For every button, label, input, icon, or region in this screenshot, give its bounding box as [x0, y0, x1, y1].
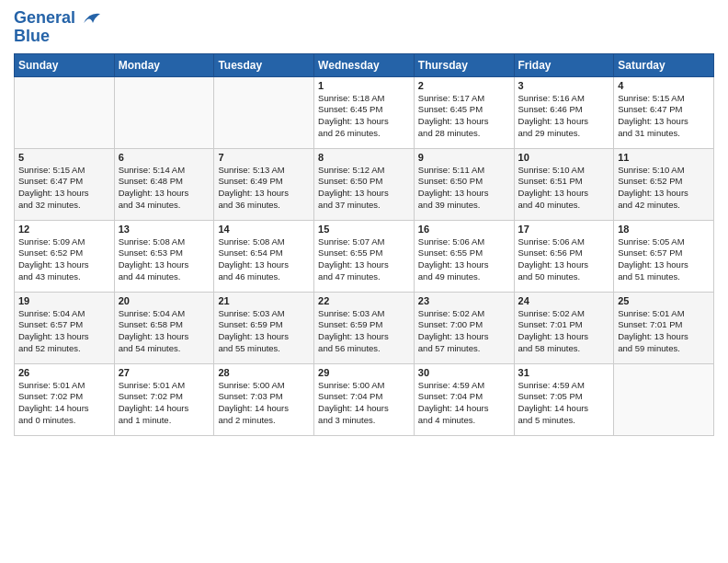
calendar-day-cell — [614, 363, 714, 435]
calendar-day-cell: 2Sunrise: 5:17 AM Sunset: 6:45 PM Daylig… — [414, 76, 514, 148]
calendar-day-cell: 16Sunrise: 5:06 AM Sunset: 6:55 PM Dayli… — [414, 220, 514, 292]
calendar-day-cell: 28Sunrise: 5:00 AM Sunset: 7:03 PM Dayli… — [214, 363, 314, 435]
day-sun-info: Sunrise: 5:17 AM Sunset: 6:45 PM Dayligh… — [418, 93, 510, 140]
logo: General Blue — [14, 9, 102, 46]
day-sun-info: Sunrise: 5:03 AM Sunset: 6:59 PM Dayligh… — [318, 308, 410, 355]
calendar-day-cell: 9Sunrise: 5:11 AM Sunset: 6:50 PM Daylig… — [414, 148, 514, 220]
day-sun-info: Sunrise: 5:01 AM Sunset: 7:02 PM Dayligh… — [119, 380, 210, 427]
day-number: 15 — [318, 224, 410, 235]
calendar-week-row: 26Sunrise: 5:01 AM Sunset: 7:02 PM Dayli… — [15, 363, 714, 435]
day-number: 21 — [218, 295, 310, 306]
calendar-day-cell: 25Sunrise: 5:01 AM Sunset: 7:01 PM Dayli… — [614, 292, 714, 363]
day-number: 29 — [318, 367, 410, 378]
day-number: 12 — [18, 224, 110, 235]
day-sun-info: Sunrise: 5:01 AM Sunset: 7:02 PM Dayligh… — [18, 380, 110, 427]
day-sun-info: Sunrise: 5:04 AM Sunset: 6:58 PM Dayligh… — [119, 308, 210, 355]
calendar-day-cell: 8Sunrise: 5:12 AM Sunset: 6:50 PM Daylig… — [314, 148, 415, 220]
calendar-week-row: 1Sunrise: 5:18 AM Sunset: 6:45 PM Daylig… — [15, 76, 714, 148]
day-number: 26 — [18, 367, 110, 378]
weekday-header-row: SundayMondayTuesdayWednesdayThursdayFrid… — [15, 53, 714, 76]
day-number: 7 — [218, 152, 310, 163]
day-sun-info: Sunrise: 5:16 AM Sunset: 6:46 PM Dayligh… — [518, 93, 610, 140]
calendar-day-cell: 5Sunrise: 5:15 AM Sunset: 6:47 PM Daylig… — [15, 148, 115, 220]
day-sun-info: Sunrise: 5:14 AM Sunset: 6:48 PM Dayligh… — [119, 165, 210, 212]
day-sun-info: Sunrise: 5:04 AM Sunset: 6:57 PM Dayligh… — [18, 308, 110, 355]
calendar-table: SundayMondayTuesdayWednesdayThursdayFrid… — [14, 53, 714, 436]
day-number: 28 — [218, 367, 310, 378]
day-number: 27 — [119, 367, 210, 378]
day-number: 8 — [318, 152, 410, 163]
day-sun-info: Sunrise: 5:11 AM Sunset: 6:50 PM Dayligh… — [418, 165, 510, 212]
day-number: 3 — [518, 80, 610, 91]
day-sun-info: Sunrise: 4:59 AM Sunset: 7:05 PM Dayligh… — [518, 380, 610, 427]
day-sun-info: Sunrise: 5:00 AM Sunset: 7:03 PM Dayligh… — [218, 380, 310, 427]
calendar-day-cell: 15Sunrise: 5:07 AM Sunset: 6:55 PM Dayli… — [314, 220, 415, 292]
day-sun-info: Sunrise: 5:10 AM Sunset: 6:51 PM Dayligh… — [518, 165, 610, 212]
calendar-day-cell: 22Sunrise: 5:03 AM Sunset: 6:59 PM Dayli… — [314, 292, 415, 363]
calendar-day-cell: 26Sunrise: 5:01 AM Sunset: 7:02 PM Dayli… — [15, 363, 115, 435]
calendar-day-cell: 23Sunrise: 5:02 AM Sunset: 7:00 PM Dayli… — [414, 292, 514, 363]
calendar-day-cell: 11Sunrise: 5:10 AM Sunset: 6:52 PM Dayli… — [614, 148, 714, 220]
day-sun-info: Sunrise: 5:08 AM Sunset: 6:54 PM Dayligh… — [218, 236, 310, 283]
day-number: 2 — [418, 80, 510, 91]
day-number: 14 — [218, 224, 310, 235]
day-number: 31 — [518, 367, 610, 378]
day-sun-info: Sunrise: 5:01 AM Sunset: 7:01 PM Dayligh… — [618, 308, 710, 355]
day-number: 22 — [318, 295, 410, 306]
day-number: 4 — [618, 80, 710, 91]
calendar-day-cell: 24Sunrise: 5:02 AM Sunset: 7:01 PM Dayli… — [514, 292, 614, 363]
calendar-day-cell: 7Sunrise: 5:13 AM Sunset: 6:49 PM Daylig… — [214, 148, 314, 220]
logo-blue: Blue — [14, 28, 102, 46]
day-number: 23 — [418, 295, 510, 306]
day-sun-info: Sunrise: 5:07 AM Sunset: 6:55 PM Dayligh… — [318, 236, 410, 283]
calendar-day-cell: 19Sunrise: 5:04 AM Sunset: 6:57 PM Dayli… — [15, 292, 115, 363]
day-sun-info: Sunrise: 5:13 AM Sunset: 6:49 PM Dayligh… — [218, 165, 310, 212]
day-number: 25 — [618, 295, 710, 306]
day-number: 10 — [518, 152, 610, 163]
weekday-header-cell: Monday — [114, 53, 214, 76]
day-number: 17 — [518, 224, 610, 235]
calendar-body: 1Sunrise: 5:18 AM Sunset: 6:45 PM Daylig… — [15, 76, 714, 435]
header: General Blue — [14, 9, 714, 46]
calendar-container: General Blue SundayMondayTuesdayWednesda… — [0, 0, 728, 445]
day-sun-info: Sunrise: 5:05 AM Sunset: 6:57 PM Dayligh… — [618, 236, 710, 283]
calendar-day-cell: 20Sunrise: 5:04 AM Sunset: 6:58 PM Dayli… — [114, 292, 214, 363]
day-sun-info: Sunrise: 5:02 AM Sunset: 7:01 PM Dayligh… — [518, 308, 610, 355]
day-number: 19 — [18, 295, 110, 306]
day-number: 16 — [418, 224, 510, 235]
calendar-day-cell: 6Sunrise: 5:14 AM Sunset: 6:48 PM Daylig… — [114, 148, 214, 220]
day-sun-info: Sunrise: 5:18 AM Sunset: 6:45 PM Dayligh… — [318, 93, 410, 140]
calendar-day-cell: 13Sunrise: 5:08 AM Sunset: 6:53 PM Dayli… — [114, 220, 214, 292]
day-number: 5 — [18, 152, 110, 163]
day-sun-info: Sunrise: 5:15 AM Sunset: 6:47 PM Dayligh… — [618, 93, 710, 140]
day-sun-info: Sunrise: 5:02 AM Sunset: 7:00 PM Dayligh… — [418, 308, 510, 355]
weekday-header-cell: Friday — [514, 53, 614, 76]
day-sun-info: Sunrise: 5:06 AM Sunset: 6:55 PM Dayligh… — [418, 236, 510, 283]
calendar-day-cell: 12Sunrise: 5:09 AM Sunset: 6:52 PM Dayli… — [15, 220, 115, 292]
day-sun-info: Sunrise: 5:06 AM Sunset: 6:56 PM Dayligh… — [518, 236, 610, 283]
day-number: 20 — [119, 295, 210, 306]
calendar-week-row: 12Sunrise: 5:09 AM Sunset: 6:52 PM Dayli… — [15, 220, 714, 292]
day-number: 24 — [518, 295, 610, 306]
weekday-header-cell: Wednesday — [314, 53, 415, 76]
logo-bird-icon — [82, 10, 102, 27]
day-sun-info: Sunrise: 5:10 AM Sunset: 6:52 PM Dayligh… — [618, 165, 710, 212]
calendar-day-cell — [114, 76, 214, 148]
calendar-day-cell: 1Sunrise: 5:18 AM Sunset: 6:45 PM Daylig… — [314, 76, 415, 148]
weekday-header-cell: Tuesday — [214, 53, 314, 76]
calendar-week-row: 19Sunrise: 5:04 AM Sunset: 6:57 PM Dayli… — [15, 292, 714, 363]
calendar-day-cell: 4Sunrise: 5:15 AM Sunset: 6:47 PM Daylig… — [614, 76, 714, 148]
calendar-day-cell: 29Sunrise: 5:00 AM Sunset: 7:04 PM Dayli… — [314, 363, 415, 435]
weekday-header-cell: Saturday — [614, 53, 714, 76]
calendar-day-cell — [15, 76, 115, 148]
day-number: 6 — [119, 152, 210, 163]
day-number: 1 — [318, 80, 410, 91]
day-number: 9 — [418, 152, 510, 163]
calendar-day-cell: 30Sunrise: 4:59 AM Sunset: 7:04 PM Dayli… — [414, 363, 514, 435]
calendar-day-cell: 27Sunrise: 5:01 AM Sunset: 7:02 PM Dayli… — [114, 363, 214, 435]
calendar-day-cell: 17Sunrise: 5:06 AM Sunset: 6:56 PM Dayli… — [514, 220, 614, 292]
weekday-header-cell: Thursday — [414, 53, 514, 76]
day-sun-info: Sunrise: 5:08 AM Sunset: 6:53 PM Dayligh… — [119, 236, 210, 283]
calendar-day-cell: 18Sunrise: 5:05 AM Sunset: 6:57 PM Dayli… — [614, 220, 714, 292]
day-sun-info: Sunrise: 5:12 AM Sunset: 6:50 PM Dayligh… — [318, 165, 410, 212]
